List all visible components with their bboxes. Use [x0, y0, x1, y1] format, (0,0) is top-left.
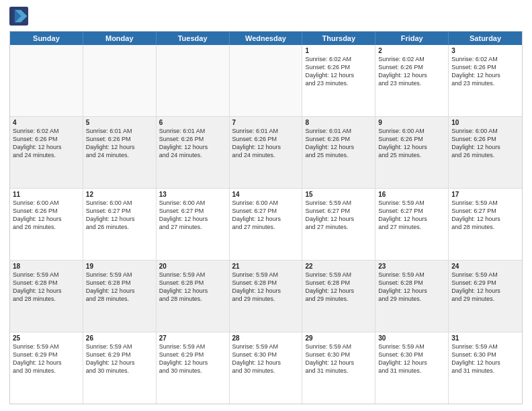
header [9, 7, 523, 26]
cell-info: Sunrise: 5:59 AM Sunset: 6:28 PM Dayligh… [13, 271, 80, 304]
day-number: 17 [451, 191, 519, 198]
cal-cell: 7Sunrise: 6:01 AM Sunset: 6:26 PM Daylig… [230, 117, 303, 188]
cal-row-2: 4Sunrise: 6:02 AM Sunset: 6:26 PM Daylig… [10, 117, 522, 189]
cal-cell [10, 45, 83, 116]
day-number: 5 [86, 119, 153, 126]
day-number: 25 [13, 334, 80, 342]
day-number: 18 [13, 263, 80, 270]
cell-info: Sunrise: 5:59 AM Sunset: 6:27 PM Dayligh… [451, 199, 519, 232]
cal-cell: 10Sunrise: 6:00 AM Sunset: 6:26 PM Dayli… [449, 117, 522, 188]
cal-cell: 19Sunrise: 5:59 AM Sunset: 6:28 PM Dayli… [83, 261, 157, 332]
cal-cell: 13Sunrise: 6:00 AM Sunset: 6:27 PM Dayli… [157, 189, 230, 260]
page: Sunday Monday Tuesday Wednesday Thursday… [0, 0, 532, 411]
cal-cell: 4Sunrise: 6:02 AM Sunset: 6:26 PM Daylig… [10, 117, 83, 188]
day-number: 9 [378, 119, 445, 126]
cell-info: Sunrise: 5:59 AM Sunset: 6:29 PM Dayligh… [86, 342, 153, 375]
cell-info: Sunrise: 5:59 AM Sunset: 6:28 PM Dayligh… [86, 271, 153, 304]
day-number: 11 [13, 191, 80, 198]
cal-cell: 24Sunrise: 5:59 AM Sunset: 6:29 PM Dayli… [449, 261, 522, 332]
cal-cell: 5Sunrise: 6:01 AM Sunset: 6:26 PM Daylig… [83, 117, 157, 188]
cal-row-1: 1Sunrise: 6:02 AM Sunset: 6:26 PM Daylig… [10, 45, 522, 117]
day-number: 12 [86, 191, 153, 198]
cal-cell: 11Sunrise: 6:00 AM Sunset: 6:26 PM Dayli… [10, 189, 83, 260]
day-number: 1 [305, 47, 372, 54]
cal-cell [157, 45, 230, 116]
day-number: 4 [13, 119, 80, 126]
cal-cell: 27Sunrise: 5:59 AM Sunset: 6:29 PM Dayli… [157, 332, 230, 404]
day-number: 3 [451, 47, 519, 54]
day-number: 14 [232, 191, 300, 198]
cell-info: Sunrise: 5:59 AM Sunset: 6:27 PM Dayligh… [378, 199, 445, 232]
cell-info: Sunrise: 6:00 AM Sunset: 6:27 PM Dayligh… [86, 199, 153, 232]
cal-cell: 20Sunrise: 5:59 AM Sunset: 6:28 PM Dayli… [157, 261, 230, 332]
cal-cell: 3Sunrise: 6:02 AM Sunset: 6:26 PM Daylig… [449, 45, 522, 116]
cal-cell: 1Sunrise: 6:02 AM Sunset: 6:26 PM Daylig… [302, 45, 375, 116]
cal-cell: 28Sunrise: 5:59 AM Sunset: 6:30 PM Dayli… [230, 332, 303, 404]
day-number: 6 [159, 119, 226, 126]
cal-cell: 31Sunrise: 5:59 AM Sunset: 6:30 PM Dayli… [449, 332, 522, 404]
col-tuesday: Tuesday [157, 32, 230, 45]
cell-info: Sunrise: 5:59 AM Sunset: 6:28 PM Dayligh… [232, 271, 300, 304]
cell-info: Sunrise: 5:59 AM Sunset: 6:30 PM Dayligh… [232, 342, 300, 375]
cell-info: Sunrise: 6:00 AM Sunset: 6:27 PM Dayligh… [232, 199, 300, 232]
cell-info: Sunrise: 5:59 AM Sunset: 6:30 PM Dayligh… [305, 342, 372, 375]
cell-info: Sunrise: 5:59 AM Sunset: 6:28 PM Dayligh… [378, 271, 445, 304]
cal-cell: 9Sunrise: 6:00 AM Sunset: 6:26 PM Daylig… [375, 117, 449, 188]
cal-row-5: 25Sunrise: 5:59 AM Sunset: 6:29 PM Dayli… [10, 332, 522, 404]
cal-cell: 15Sunrise: 5:59 AM Sunset: 6:27 PM Dayli… [302, 189, 375, 260]
cal-cell: 30Sunrise: 5:59 AM Sunset: 6:30 PM Dayli… [375, 332, 449, 404]
cell-info: Sunrise: 6:02 AM Sunset: 6:26 PM Dayligh… [305, 55, 372, 88]
cell-info: Sunrise: 6:02 AM Sunset: 6:26 PM Dayligh… [13, 127, 80, 160]
cal-cell: 14Sunrise: 6:00 AM Sunset: 6:27 PM Dayli… [230, 189, 303, 260]
cell-info: Sunrise: 6:00 AM Sunset: 6:27 PM Dayligh… [159, 199, 226, 232]
cell-info: Sunrise: 5:59 AM Sunset: 6:28 PM Dayligh… [159, 271, 226, 304]
cell-info: Sunrise: 5:59 AM Sunset: 6:29 PM Dayligh… [159, 342, 226, 375]
cell-info: Sunrise: 6:00 AM Sunset: 6:26 PM Dayligh… [13, 199, 80, 232]
col-friday: Friday [375, 32, 449, 45]
cal-row-4: 18Sunrise: 5:59 AM Sunset: 6:28 PM Dayli… [10, 261, 522, 332]
cal-cell: 16Sunrise: 5:59 AM Sunset: 6:27 PM Dayli… [375, 189, 449, 260]
cell-info: Sunrise: 5:59 AM Sunset: 6:29 PM Dayligh… [13, 342, 80, 375]
day-headers: Sunday Monday Tuesday Wednesday Thursday… [10, 32, 522, 45]
day-number: 31 [451, 334, 519, 342]
cell-info: Sunrise: 5:59 AM Sunset: 6:29 PM Dayligh… [451, 271, 519, 304]
calendar-body: 1Sunrise: 6:02 AM Sunset: 6:26 PM Daylig… [10, 45, 522, 404]
col-thursday: Thursday [302, 32, 375, 45]
calendar: Sunday Monday Tuesday Wednesday Thursday… [9, 31, 523, 404]
col-saturday: Saturday [449, 32, 522, 45]
day-number: 10 [451, 119, 519, 126]
cal-cell: 26Sunrise: 5:59 AM Sunset: 6:29 PM Dayli… [83, 332, 157, 404]
cell-info: Sunrise: 5:59 AM Sunset: 6:30 PM Dayligh… [451, 342, 519, 375]
cell-info: Sunrise: 6:01 AM Sunset: 6:26 PM Dayligh… [86, 127, 153, 160]
cal-cell: 22Sunrise: 5:59 AM Sunset: 6:28 PM Dayli… [302, 261, 375, 332]
day-number: 27 [159, 334, 226, 342]
day-number: 2 [378, 47, 445, 54]
cell-info: Sunrise: 5:59 AM Sunset: 6:27 PM Dayligh… [305, 199, 372, 232]
cal-cell [83, 45, 157, 116]
cal-cell: 21Sunrise: 5:59 AM Sunset: 6:28 PM Dayli… [230, 261, 303, 332]
day-number: 21 [232, 263, 300, 270]
day-number: 8 [305, 119, 372, 126]
cal-cell: 18Sunrise: 5:59 AM Sunset: 6:28 PM Dayli… [10, 261, 83, 332]
cal-cell: 6Sunrise: 6:01 AM Sunset: 6:26 PM Daylig… [157, 117, 230, 188]
day-number: 19 [86, 263, 153, 270]
cell-info: Sunrise: 6:00 AM Sunset: 6:26 PM Dayligh… [378, 127, 445, 160]
logo-icon [9, 7, 28, 26]
cal-cell: 12Sunrise: 6:00 AM Sunset: 6:27 PM Dayli… [83, 189, 157, 260]
col-monday: Monday [83, 32, 157, 45]
cell-info: Sunrise: 6:02 AM Sunset: 6:26 PM Dayligh… [378, 55, 445, 88]
cal-cell: 17Sunrise: 5:59 AM Sunset: 6:27 PM Dayli… [449, 189, 522, 260]
cal-cell: 29Sunrise: 5:59 AM Sunset: 6:30 PM Dayli… [302, 332, 375, 404]
col-wednesday: Wednesday [230, 32, 303, 45]
day-number: 26 [86, 334, 153, 342]
day-number: 30 [378, 334, 445, 342]
day-number: 15 [305, 191, 372, 198]
cal-row-3: 11Sunrise: 6:00 AM Sunset: 6:26 PM Dayli… [10, 189, 522, 261]
cal-cell: 8Sunrise: 6:01 AM Sunset: 6:26 PM Daylig… [302, 117, 375, 188]
day-number: 24 [451, 263, 519, 270]
day-number: 16 [378, 191, 445, 198]
col-sunday: Sunday [10, 32, 83, 45]
logo [9, 7, 31, 26]
cell-info: Sunrise: 6:01 AM Sunset: 6:26 PM Dayligh… [305, 127, 372, 160]
day-number: 29 [305, 334, 372, 342]
